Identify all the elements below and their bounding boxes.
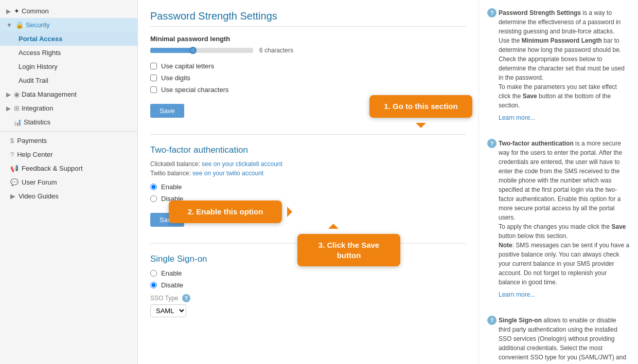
save-password-button[interactable]: Save (150, 104, 184, 118)
help-twofactor-text: Two-factor authentication is a more secu… (499, 139, 630, 287)
slider-fill (150, 48, 191, 53)
page-title: Password Strength Settings (150, 10, 466, 27)
radio-sso-enable[interactable] (150, 270, 157, 277)
arrow-right-int-icon: ▶ (6, 105, 11, 112)
help-block-sso: ? Single Sign-on allows to enable or dis… (487, 316, 630, 364)
sidebar-item-video-guides[interactable]: ▶ Video Guides (0, 189, 137, 203)
sidebar-item-audit-trail[interactable]: Audit Trail (0, 74, 137, 87)
radio-disable[interactable] (150, 195, 157, 202)
help-twofactor-content: Two-factor authentication is a more secu… (499, 139, 630, 299)
checkbox-capitals[interactable] (150, 63, 157, 69)
sidebar-item-common[interactable]: ▶ ✦ Common (0, 4, 137, 18)
radio-sso-enable-row: Enable (150, 269, 466, 277)
sidebar-label-help-center: Help Center (17, 151, 52, 158)
sidebar-label-statistics: Statistics (24, 118, 50, 126)
sidebar-item-help-center[interactable]: ? Help Center (0, 148, 137, 161)
help-sso-content: Single Sign-on allows to enable or disab… (499, 316, 630, 364)
sidebar-item-payments[interactable]: $ Payments (0, 134, 137, 148)
sso-type-label: SSO Type ? (150, 294, 466, 302)
tooltip-goto-text: 1. Go to this section (384, 102, 457, 111)
twilio-link[interactable]: see on your twilio account (192, 170, 263, 177)
twilio-info: Twilio balance: see on your twilio accou… (150, 170, 466, 177)
checkbox-capitals-label: Use capital letters (161, 62, 214, 70)
slider-container[interactable]: 6 characters (150, 47, 466, 54)
slider-thumb[interactable] (189, 47, 197, 54)
payments-icon: $ (10, 137, 14, 144)
checkbox-special-row: Use special characters (150, 86, 466, 94)
help-block-password: ? Password Strength Settings is a way to… (487, 8, 630, 133)
help-password-icon: ? (487, 8, 497, 17)
data-management-icon: ◉ (14, 90, 20, 98)
two-factor-title: Two-factor authentication (150, 145, 466, 155)
tooltip-goto: 1. Go to this section (369, 95, 472, 118)
sidebar-item-data-management[interactable]: ▶ ◉ Data Management (0, 87, 137, 101)
checkbox-special[interactable] (150, 86, 157, 93)
checkbox-digits-row: Use digits (150, 74, 466, 82)
sidebar-label-feedback: Feedback & Support (22, 165, 83, 172)
sidebar-item-feedback[interactable]: 📢 Feedback & Support (0, 161, 137, 175)
video-icon: ▶ (10, 192, 15, 200)
sidebar-label-video-guides: Video Guides (19, 192, 59, 200)
main-content: Password Strength Settings Minimal passw… (138, 0, 478, 364)
sidebar-label-audit-trail: Audit Trail (19, 77, 48, 84)
slider-track[interactable] (150, 48, 253, 53)
section-divider-1 (150, 134, 466, 135)
sidebar-item-login-history[interactable]: Login History (0, 60, 137, 74)
lock-icon: 🔒 (15, 21, 24, 29)
feedback-icon: 📢 (10, 165, 19, 172)
tooltip-save: 3. Click the Save button (297, 234, 400, 266)
sso-type-select[interactable]: SAML JWT (150, 304, 186, 317)
common-star-icon: ✦ (14, 7, 20, 15)
help-icon: ? (10, 151, 14, 158)
radio-sso-disable-row: Disable (150, 281, 466, 289)
clickatell-link[interactable]: see on your clickatell account (202, 160, 282, 168)
help-block-twofactor: ? Two-factor authentication is a more se… (487, 139, 630, 310)
radio-enable[interactable] (150, 184, 157, 190)
sidebar-label-integration: Integration (22, 104, 53, 112)
sidebar-label-data-management: Data Management (22, 90, 77, 98)
arrow-down-icon: ▼ (6, 22, 12, 29)
tooltip-enable-text: 2. Enable this option (188, 207, 263, 216)
arrow-right-icon: ▶ (6, 8, 11, 15)
tooltip-save-text: 3. Click the Save button (318, 241, 379, 260)
arrow-right-dm-icon: ▶ (6, 91, 11, 98)
radio-sso-enable-label: Enable (161, 269, 182, 277)
learn-more-twofactor-link[interactable]: Learn more... (499, 291, 535, 298)
sidebar: ▶ ✦ Common ▼ 🔒 Security Portal Access Ac… (0, 0, 138, 364)
sidebar-label-payments: Payments (17, 137, 47, 144)
radio-sso-disable-label: Disable (161, 281, 183, 289)
sidebar-label-security: Security (26, 21, 50, 29)
sso-type-text: SSO Type (150, 295, 178, 302)
integration-icon: ⊞ (14, 104, 20, 112)
sidebar-item-security[interactable]: ▼ 🔒 Security (0, 18, 137, 32)
sso-type-help-icon[interactable]: ? (182, 294, 190, 302)
sidebar-label-user-forum: User Forum (22, 178, 57, 186)
sidebar-label-common: Common (22, 7, 49, 15)
checkbox-digits-label: Use digits (161, 74, 190, 82)
forum-icon: 💬 (10, 178, 19, 186)
radio-enable-label: Enable (161, 183, 182, 191)
sidebar-item-statistics[interactable]: 📊 Statistics (0, 115, 137, 129)
learn-more-password-link[interactable]: Learn more... (499, 114, 535, 121)
sidebar-item-user-forum[interactable]: 💬 User Forum (0, 175, 137, 189)
help-sso-icon: ? (487, 316, 497, 325)
sidebar-divider (0, 131, 137, 132)
sidebar-item-access-rights[interactable]: Access Rights (0, 46, 137, 60)
sidebar-item-portal-access[interactable]: Portal Access (0, 32, 137, 46)
sidebar-item-integration[interactable]: ▶ ⊞ Integration (0, 101, 137, 115)
help-password-content: Password Strength Settings is a way to d… (499, 8, 630, 122)
help-sso-text: Single Sign-on allows to enable or disab… (499, 316, 630, 364)
password-length-label: Minimal password length (150, 35, 466, 43)
twilio-label: Twilio balance: (150, 170, 191, 177)
sidebar-label-login-history: Login History (19, 63, 58, 70)
sidebar-label-access-rights: Access Rights (19, 49, 61, 57)
slider-value: 6 characters (259, 47, 293, 54)
checkbox-digits[interactable] (150, 75, 157, 81)
checkbox-capitals-row: Use capital letters (150, 62, 466, 70)
help-twofactor-icon: ? (487, 139, 497, 148)
radio-sso-disable[interactable] (150, 282, 157, 288)
help-panel: ? Password Strength Settings is a way to… (478, 0, 638, 364)
radio-enable-row: Enable (150, 183, 466, 191)
statistics-icon: 📊 (13, 118, 22, 126)
clickatell-info: Clickatell balance: see on your clickate… (150, 160, 466, 168)
